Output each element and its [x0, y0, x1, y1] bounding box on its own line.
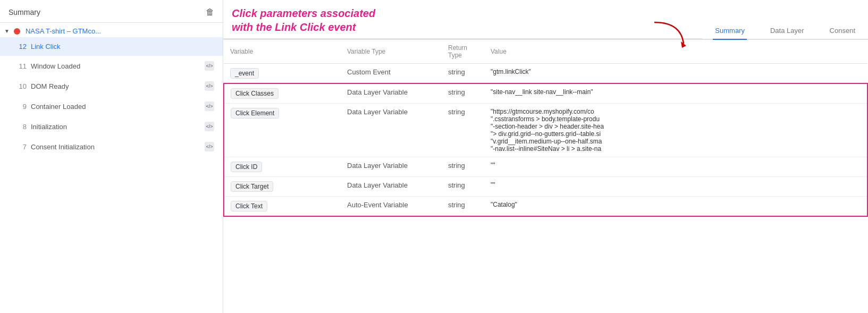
sidebar-item-initialization[interactable]: 8Initialization</> — [0, 116, 223, 137]
tab-consent[interactable]: Consent — [828, 22, 857, 39]
table-header-row: Variable Variable Type ReturnType Value — [224, 40, 867, 64]
chevron-icon: ▼ — [4, 28, 10, 34]
parent-item[interactable]: ▼ NASA T-shirt – GTMco... — [0, 23, 223, 37]
annotation-line2: with the Link Click event — [232, 20, 694, 34]
sidebar: Summary 🗑 ▼ NASA T-shirt – GTMco... 12Li… — [0, 0, 223, 313]
annotation-line1: Click parameters associated — [232, 6, 694, 20]
arrow-icon — [649, 17, 692, 49]
cell-value: "" — [484, 157, 867, 177]
sidebar-item-window-loaded[interactable]: 11Window Loaded</> — [0, 56, 223, 76]
tabs-container: Summary Data Layer Consent — [702, 22, 868, 39]
variable-badge: Click Text — [231, 201, 267, 212]
cell-variable: Click Target — [224, 177, 341, 197]
sidebar-item-dom-ready[interactable]: 10DOM Ready</> — [0, 76, 223, 96]
table-row: Click IDData Layer Variablestring"" — [224, 157, 867, 177]
item-label: Initialization — [31, 123, 198, 131]
sidebar-title: Summary — [9, 8, 40, 16]
cell-variable: Click Element — [224, 104, 341, 157]
sidebar-item-link-click[interactable]: 12Link Click — [0, 37, 223, 56]
cell-value: "site-nav__link site-nav__link--main" — [484, 83, 867, 104]
parent-item-label[interactable]: NASA T-shirt – GTMco... — [26, 27, 101, 35]
item-label: Consent Initialization — [31, 143, 198, 151]
item-number: 7 — [15, 143, 27, 151]
cell-variable-type: Data Layer Variable — [341, 83, 442, 104]
variable-badge: Click Element — [231, 108, 279, 119]
cell-return-type: string — [442, 197, 484, 217]
sidebar-item-consent-initialization[interactable]: 7Consent Initialization</> — [0, 137, 223, 157]
item-badge: </> — [205, 122, 214, 131]
item-number: 10 — [15, 82, 27, 90]
cell-value: "gtm.linkClick" — [484, 64, 867, 84]
cell-variable-type: Data Layer Variable — [341, 104, 442, 157]
cell-variable-type: Data Layer Variable — [341, 177, 442, 197]
item-label: DOM Ready — [31, 82, 198, 90]
table-row: Click ElementData Layer Variablestring"h… — [224, 104, 867, 157]
variable-badge: Click Target — [231, 181, 273, 192]
item-label: Container Loaded — [31, 103, 198, 111]
cell-value: "https://gtmcourse.myshopify.com/co ".cs… — [484, 104, 867, 157]
item-label: Link Click — [31, 43, 214, 50]
sidebar-header: Summary 🗑 — [0, 0, 223, 23]
th-variable: Variable — [224, 40, 341, 64]
cell-return-type: string — [442, 157, 484, 177]
item-badge: </> — [205, 101, 214, 111]
cell-variable: Click Text — [224, 197, 341, 217]
item-label: Window Loaded — [31, 62, 198, 70]
cell-variable-type: Custom Event — [341, 64, 442, 84]
cell-value: "" — [484, 177, 867, 197]
item-number: 11 — [15, 62, 27, 70]
table-row: Click ClassesData Layer Variablestring"s… — [224, 83, 867, 104]
cell-variable: Click ID — [224, 157, 341, 177]
cell-variable-type: Data Layer Variable — [341, 157, 442, 177]
tab-datalayer[interactable]: Data Layer — [768, 22, 806, 39]
item-badge: </> — [205, 142, 214, 151]
tab-summary[interactable]: Summary — [713, 22, 747, 40]
cell-value: "Catalog" — [484, 197, 867, 217]
table-wrapper: Variable Variable Type ReturnType Value … — [223, 40, 868, 313]
cell-variable-type: Auto-Event Variable — [341, 197, 442, 217]
item-badge: </> — [205, 61, 214, 71]
cell-return-type: string — [442, 104, 484, 157]
table-row: Click TargetData Layer Variablestring"" — [224, 177, 867, 197]
item-number: 9 — [15, 103, 27, 111]
cell-return-type: string — [442, 177, 484, 197]
item-number: 8 — [15, 123, 27, 131]
variable-badge: _event — [230, 68, 259, 79]
cell-variable: _event — [224, 64, 341, 84]
table-body: _eventCustom Eventstring"gtm.linkClick"C… — [224, 64, 867, 217]
cell-variable: Click Classes — [224, 83, 341, 104]
sidebar-item-container-loaded[interactable]: 9Container Loaded</> — [0, 96, 223, 116]
table-row: Click TextAuto-Event Variablestring"Cata… — [224, 197, 867, 217]
red-dot-icon — [14, 28, 20, 35]
variables-table: Variable Variable Type ReturnType Value … — [223, 40, 868, 217]
table-row: _eventCustom Eventstring"gtm.linkClick" — [224, 64, 867, 84]
variable-badge: Click ID — [231, 162, 262, 172]
item-number: 12 — [15, 43, 27, 50]
cell-return-type: string — [442, 83, 484, 104]
cell-return-type: string — [442, 64, 484, 84]
sidebar-items: 12Link Click11Window Loaded</>10DOM Read… — [0, 37, 223, 157]
variable-badge: Click Classes — [231, 88, 279, 99]
th-variable-type: Variable Type — [341, 40, 442, 64]
annotation-area: Click parameters associated with the Lin… — [223, 0, 702, 39]
right-panel: Click parameters associated with the Lin… — [223, 0, 868, 313]
item-badge: </> — [205, 81, 214, 91]
delete-icon[interactable]: 🗑 — [206, 7, 214, 17]
th-return-type: ReturnType — [442, 40, 484, 64]
